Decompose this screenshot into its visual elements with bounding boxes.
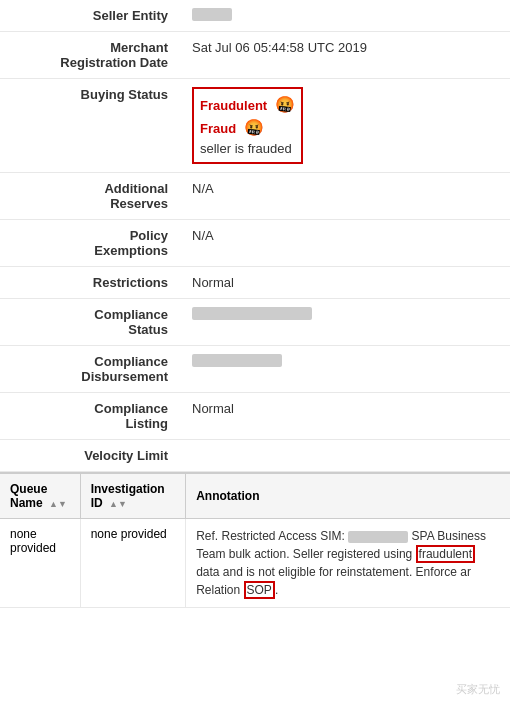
queue-table: Queue Name ▲▼ Investigation ID ▲▼ Annota… (0, 472, 510, 608)
annotation-fraud-text: fraudulent (419, 547, 472, 561)
annotation-sop-text: SOP (247, 583, 272, 597)
compliance-disbursement-row: ComplianceDisbursement (0, 346, 510, 393)
compliance-status-row: ComplianceStatus (0, 299, 510, 346)
seller-entity-value (180, 0, 510, 32)
restrictions-row: Restrictions Normal (0, 267, 510, 299)
velocity-limit-row: Velocity Limit (0, 440, 510, 472)
buying-status-label: Buying Status (0, 79, 180, 173)
selling-status-icon: 🤬 (244, 118, 264, 137)
buying-status-value: Fraudulent (200, 98, 267, 113)
policy-exemptions-label: PolicyExemptions (0, 220, 180, 267)
compliance-status-value (180, 299, 510, 346)
merchant-reg-date-label: MerchantRegistration Date (0, 32, 180, 79)
buying-status-icon: 🤬 (275, 95, 295, 114)
annotation-suffix2: r (467, 565, 471, 579)
annotation-cell: Ref. Restricted Access SIM: SPA Business… (186, 519, 510, 608)
annotation-prefix: Ref. Restricted Access SIM: (196, 529, 348, 543)
selling-status-value: Fraud (200, 121, 236, 136)
merchant-reg-date-row: MerchantRegistration Date Sat Jul 06 05:… (0, 32, 510, 79)
compliance-listing-row: ComplianceListing Normal (0, 393, 510, 440)
queue-name-sort-icon[interactable]: ▲▼ (49, 499, 67, 509)
annotation-header: Annotation (186, 473, 510, 519)
fraud-highlight-box: Fraudulent 🤬 Fraud 🤬 seller is frauded (192, 87, 303, 164)
restrictions-value: Normal (180, 267, 510, 299)
velocity-limit-label: Velocity Limit (0, 440, 180, 472)
annotation-sim-blurred (348, 531, 408, 543)
queue-header-row: Queue Name ▲▼ Investigation ID ▲▼ Annota… (0, 473, 510, 519)
investigation-id-sort-icon[interactable]: ▲▼ (109, 499, 127, 509)
compliance-disbursement-label: ComplianceDisbursement (0, 346, 180, 393)
compliance-disbursement-value (180, 346, 510, 393)
selling-status-line: Fraud 🤬 (200, 116, 295, 139)
queue-name-header: Queue Name ▲▼ (0, 473, 80, 519)
reserve-policy-line: seller is frauded (200, 139, 295, 158)
compliance-disbursement-blurred (192, 354, 282, 367)
detail-table: Seller Entity MerchantRegistration Date … (0, 0, 510, 472)
reserve-policy-value: seller is frauded (200, 141, 292, 156)
buying-status-row: Buying Status Fraudulent 🤬 Fraud 🤬 selle… (0, 79, 510, 173)
compliance-listing-label: ComplianceListing (0, 393, 180, 440)
annotation-suffix1: data and is not eligible for reinstateme… (196, 565, 467, 579)
additional-reserves-label: AdditionalReserves (0, 173, 180, 220)
additional-reserves-value: N/A (180, 173, 510, 220)
policy-exemptions-row: PolicyExemptions N/A (0, 220, 510, 267)
watermark: 买家无忧 (456, 682, 500, 697)
annotation-end: . (275, 583, 278, 597)
annotation-text: Ref. Restricted Access SIM: SPA Business… (196, 529, 486, 597)
buying-status-line: Fraudulent 🤬 (200, 93, 295, 116)
velocity-limit-value (180, 440, 510, 472)
compliance-listing-value: Normal (180, 393, 510, 440)
annotation-sop-highlight: SOP (244, 581, 275, 599)
investigation-id-cell: none provided (80, 519, 185, 608)
queue-name-cell: none provided (0, 519, 80, 608)
annotation-fraud-highlight: fraudulent (416, 545, 475, 563)
merchant-reg-date-value: Sat Jul 06 05:44:58 UTC 2019 (180, 32, 510, 79)
seller-entity-label: Seller Entity (0, 0, 180, 32)
seller-entity-row: Seller Entity (0, 0, 510, 32)
compliance-status-blurred (192, 307, 312, 320)
queue-data-row: none provided none provided Ref. Restric… (0, 519, 510, 608)
restrictions-label: Restrictions (0, 267, 180, 299)
seller-entity-blurred (192, 8, 232, 21)
compliance-status-label: ComplianceStatus (0, 299, 180, 346)
queue-section: Queue Name ▲▼ Investigation ID ▲▼ Annota… (0, 472, 510, 608)
additional-reserves-row: AdditionalReserves N/A (0, 173, 510, 220)
investigation-id-header: Investigation ID ▲▼ (80, 473, 185, 519)
policy-exemptions-value: N/A (180, 220, 510, 267)
annotation-relation: Relation (196, 583, 243, 597)
